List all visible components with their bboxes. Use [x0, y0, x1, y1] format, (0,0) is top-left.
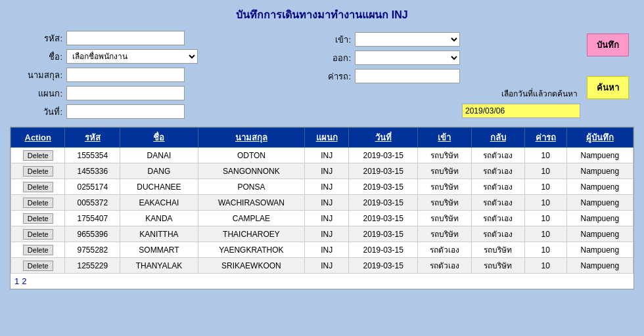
- name-select[interactable]: เลือกชื่อพนักงาน: [66, 49, 198, 64]
- column-header: รหัส: [65, 128, 120, 148]
- cell-dept: INJ: [305, 226, 349, 242]
- cell-car: 10: [524, 226, 566, 242]
- delete-button[interactable]: Delete: [23, 198, 53, 208]
- column-header: แผนก: [305, 128, 349, 148]
- column-header: เข้า: [418, 128, 471, 148]
- cell-name: THANYALAK: [120, 258, 198, 274]
- code-input[interactable]: [66, 31, 185, 45]
- cell-name: SOMMART: [120, 242, 198, 258]
- cell-surname: ODTON: [198, 148, 305, 163]
- column-header: Action: [11, 128, 65, 148]
- dept-label: แผนก:: [10, 87, 62, 100]
- cell-exit: รถตัวเอง: [471, 148, 524, 163]
- cell-code: 1455336: [65, 163, 120, 179]
- date-hint: เลือกวันที่แล้วกดค้นหา: [501, 87, 578, 100]
- cell-enter: รถตัวเอง: [418, 258, 471, 274]
- cell-recorder: Nampueng: [566, 211, 633, 226]
- cell-dept: INJ: [305, 211, 349, 226]
- surname-label: นามสกุล:: [10, 68, 62, 82]
- cell-date: 2019-03-15: [349, 211, 418, 226]
- search-button[interactable]: ค้นหา: [587, 76, 629, 99]
- cell-surname: WACHIRASOWAN: [198, 195, 305, 211]
- cell-exit: รถบริษัท: [471, 258, 524, 274]
- cell-name: KANDA: [120, 211, 198, 226]
- pagination: 12: [11, 274, 633, 289]
- exit-select[interactable]: [355, 51, 460, 65]
- delete-button[interactable]: Delete: [23, 166, 53, 177]
- enter-select[interactable]: [355, 32, 460, 47]
- cell-enter: รถตัวเอง: [418, 242, 471, 258]
- table-row: Delete0055372EAKACHAIWACHIRASOWANINJ2019…: [11, 195, 633, 211]
- cell-code: 1255229: [65, 258, 120, 274]
- save-button[interactable]: บันทึก: [587, 33, 629, 56]
- code-label: รหัส:: [10, 32, 62, 45]
- cell-surname: PONSA: [198, 179, 305, 195]
- cell-date: 2019-03-15: [349, 148, 418, 163]
- cell-enter: รถบริษัท: [418, 148, 471, 163]
- cell-code: 1555354: [65, 148, 120, 163]
- cell-date: 2019-03-15: [349, 163, 418, 179]
- cell-dept: INJ: [305, 163, 349, 179]
- cell-recorder: Nampueng: [566, 179, 633, 195]
- table-header: Actionรหัสชื่อนามสกุลแผนกวันที่เข้ากลับค…: [11, 128, 633, 148]
- search-date-input[interactable]: [462, 104, 580, 118]
- pagination-link[interactable]: 1: [14, 276, 19, 286]
- dept-input[interactable]: [66, 86, 185, 100]
- cell-car: 10: [524, 195, 566, 211]
- page-title: บันทึกการเดินทางมาทำงานแผนก INJ: [10, 7, 634, 23]
- table-row: Delete1255229THANYALAKSRIKAEWKOONINJ2019…: [11, 258, 633, 274]
- name-label: ชื่อ:: [10, 50, 62, 64]
- cell-name: DANAI: [120, 148, 198, 163]
- column-header: นามสกุล: [198, 128, 305, 148]
- cell-enter: รถบริษัท: [418, 179, 471, 195]
- cell-date: 2019-03-15: [349, 226, 418, 242]
- table-row: Delete9655396KANITTHATHAICHAROEYINJ2019-…: [11, 226, 633, 242]
- cell-exit: รถตัวเอง: [471, 195, 524, 211]
- column-header: วันที่: [349, 128, 418, 148]
- cell-surname: SANGONNONK: [198, 163, 305, 179]
- pagination-link[interactable]: 2: [22, 276, 26, 286]
- cell-surname: THAICHAROEY: [198, 226, 305, 242]
- cell-enter: รถบริษัท: [418, 226, 471, 242]
- column-header: กลับ: [471, 128, 524, 148]
- cell-date: 2019-03-15: [349, 242, 418, 258]
- car-input[interactable]: [355, 69, 460, 83]
- cell-code: 0055372: [65, 195, 120, 211]
- column-header: ผู้บันทึก: [566, 128, 633, 148]
- cell-name: KANITTHA: [120, 226, 198, 242]
- cell-car: 10: [524, 258, 566, 274]
- surname-input[interactable]: [66, 68, 185, 82]
- cell-recorder: Nampueng: [566, 195, 633, 211]
- cell-date: 2019-03-15: [349, 195, 418, 211]
- cell-car: 10: [524, 242, 566, 258]
- cell-recorder: Nampueng: [566, 163, 633, 179]
- date-label: วันที่:: [10, 105, 62, 119]
- cell-code: 9755282: [65, 242, 120, 258]
- cell-car: 10: [524, 148, 566, 163]
- cell-date: 2019-03-15: [349, 258, 418, 274]
- column-header: ชื่อ: [120, 128, 198, 148]
- table-row: Delete9755282SOMMARTYAENGKRATHOKINJ2019-…: [11, 242, 633, 258]
- cell-car: 10: [524, 179, 566, 195]
- delete-button[interactable]: Delete: [23, 213, 53, 224]
- cell-surname: SRIKAEWKOON: [198, 258, 305, 274]
- cell-recorder: Nampueng: [566, 258, 633, 274]
- cell-name: EAKACHAI: [120, 195, 198, 211]
- delete-button[interactable]: Delete: [23, 150, 53, 161]
- cell-code: 1755407: [65, 211, 120, 226]
- cell-code: 9655396: [65, 226, 120, 242]
- table-row: Delete1455336DANGSANGONNONKINJ2019-03-15…: [11, 163, 633, 179]
- cell-dept: INJ: [305, 242, 349, 258]
- delete-button[interactable]: Delete: [23, 229, 53, 240]
- cell-surname: CAMPLAE: [198, 211, 305, 226]
- cell-dept: INJ: [305, 258, 349, 274]
- date-input[interactable]: [66, 104, 185, 119]
- delete-button[interactable]: Delete: [23, 245, 53, 255]
- cell-enter: รถบริษัท: [418, 163, 471, 179]
- column-header: ค่ารถ: [524, 128, 566, 148]
- cell-code: 0255174: [65, 179, 120, 195]
- delete-button[interactable]: Delete: [23, 182, 53, 192]
- cell-enter: รถบริษัท: [418, 211, 471, 226]
- delete-button[interactable]: Delete: [23, 261, 53, 271]
- cell-exit: รถตัวเอง: [471, 163, 524, 179]
